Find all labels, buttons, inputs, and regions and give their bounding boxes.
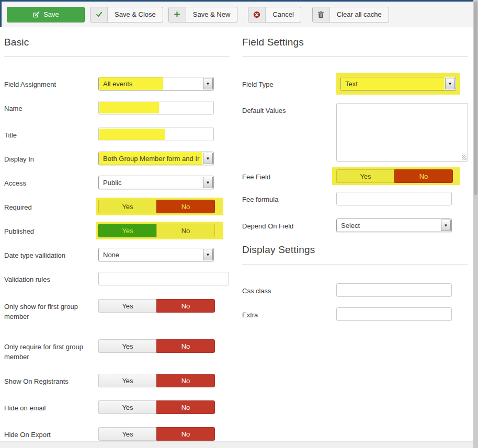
date-validation-row: Date type vailidation None ▼	[4, 248, 229, 261]
depend-on-field-row: Depend On Field Select ▼	[242, 219, 468, 232]
fee-formula-label: Fee formula	[242, 192, 336, 204]
hide-on-email-toggle: Yes No	[98, 400, 215, 414]
default-values-textarea[interactable]	[336, 103, 468, 162]
depend-on-field-select[interactable]: Select ▼	[336, 219, 452, 232]
required-label: Required	[4, 200, 98, 212]
display-in-value: Both Group Member form and Ir	[103, 155, 199, 163]
name-row: Name	[4, 101, 229, 114]
hide-on-email-yes-button[interactable]: Yes	[98, 400, 156, 414]
only-show-first-no-button[interactable]: No	[156, 299, 215, 313]
required-no-button[interactable]: No	[156, 200, 215, 213]
date-validation-select[interactable]: None ▼	[98, 248, 214, 261]
only-show-first-label: Only show for first group member	[4, 299, 98, 321]
fee-field-yes-button[interactable]: Yes	[336, 169, 394, 183]
fee-field-toggle: Yes No	[336, 169, 453, 183]
clear-cache-button[interactable]: Clear all cache	[312, 7, 389, 22]
highlight-wrapper: Yes No	[96, 222, 223, 239]
hide-on-export-row: Hide On Export Yes No	[4, 427, 229, 441]
vertical-scrollbar[interactable]	[473, 0, 478, 448]
validation-rules-label: Validation rules	[4, 272, 98, 284]
hide-on-email-no-button[interactable]: No	[156, 400, 215, 414]
save-new-button[interactable]: Save & New	[168, 7, 238, 22]
hide-on-export-toggle: Yes No	[98, 427, 215, 441]
trash-icon	[313, 7, 330, 22]
title-label: Title	[4, 128, 98, 140]
field-type-select[interactable]: Text ▼	[340, 77, 456, 90]
fee-field-row: Fee Field Yes No	[242, 169, 468, 183]
field-assignment-row: Field Assignment All events ▼	[4, 77, 229, 90]
chevron-down-icon: ▼	[445, 78, 455, 89]
published-yes-button[interactable]: Yes	[98, 224, 156, 237]
chevron-down-icon: ▼	[203, 177, 213, 188]
extra-row: Extra	[242, 307, 468, 321]
cancel-circle-icon	[248, 7, 266, 22]
footer-strip	[0, 441, 473, 448]
hide-on-export-yes-button[interactable]: Yes	[98, 427, 156, 441]
only-show-first-yes-button[interactable]: Yes	[98, 299, 156, 313]
chevron-down-icon: ▼	[441, 220, 451, 231]
chevron-down-icon: ▼	[203, 78, 213, 89]
extra-input[interactable]	[336, 307, 452, 321]
highlight-overlay	[99, 129, 165, 140]
validation-rules-row: Validation rules	[4, 272, 229, 285]
only-require-first-yes-button[interactable]: Yes	[98, 339, 156, 353]
title-input[interactable]	[98, 128, 214, 141]
show-on-registrants-toggle: Yes No	[98, 374, 215, 387]
toolbar: Save Save & Close Save & New Cancel Clea…	[2, 2, 473, 27]
display-in-row: Display In Both Group Member form and Ir…	[4, 152, 229, 165]
hide-on-export-label: Hide On Export	[4, 427, 98, 440]
name-input[interactable]	[98, 101, 214, 114]
access-label: Access	[4, 176, 98, 188]
highlight-overlay	[99, 102, 159, 113]
depend-on-field-label: Depend On Field	[242, 219, 336, 231]
chevron-down-icon: ▼	[203, 249, 213, 260]
cancel-button[interactable]: Cancel	[248, 7, 301, 22]
access-select[interactable]: Public ▼	[98, 176, 214, 189]
fee-formula-input[interactable]	[336, 192, 452, 205]
hide-on-export-no-button[interactable]: No	[156, 427, 215, 441]
only-show-first-toggle: Yes No	[98, 299, 215, 313]
save-close-button[interactable]: Save & Close	[90, 7, 163, 22]
basic-section: Basic Field Assignment All events ▼ Name…	[4, 31, 229, 448]
validation-rules-input[interactable]	[98, 272, 229, 285]
published-no-button[interactable]: No	[156, 224, 215, 237]
date-validation-label: Date type vailidation	[4, 248, 98, 260]
published-row: Published Yes No	[4, 224, 229, 237]
only-require-first-toggle: Yes No	[98, 339, 215, 353]
fee-field-no-button[interactable]: No	[394, 169, 453, 183]
hide-on-email-row: Hide on email Yes No	[4, 400, 229, 414]
save-button[interactable]: Save	[7, 7, 85, 22]
window-left-border	[0, 0, 2, 27]
cancel-label: Cancel	[266, 7, 300, 22]
show-on-registrants-no-button[interactable]: No	[156, 374, 215, 387]
hide-on-email-label: Hide on email	[4, 400, 98, 413]
chevron-down-icon: ▼	[203, 153, 213, 164]
display-in-select[interactable]: Both Group Member form and Ir ▼	[98, 152, 214, 165]
date-validation-value: None	[103, 251, 119, 259]
save-button-label: Save	[43, 10, 59, 18]
required-toggle: Yes No	[98, 200, 215, 213]
field-type-row: Field Type Text ▼	[242, 73, 468, 95]
plus-icon	[169, 7, 186, 22]
save-close-label: Save & Close	[108, 7, 163, 22]
default-values-label: Default Values	[242, 103, 336, 116]
show-on-registrants-label: Show On Registrants	[4, 374, 98, 386]
scrollbar-thumb[interactable]	[474, 2, 477, 195]
only-require-first-label: Only require for first group member	[4, 339, 98, 362]
only-require-first-row: Only require for first group member Yes …	[4, 339, 229, 362]
only-require-first-no-button[interactable]: No	[156, 339, 215, 353]
css-class-input[interactable]	[336, 283, 452, 297]
required-row: Required Yes No	[4, 200, 229, 213]
highlight-wrapper: Yes No	[332, 167, 460, 185]
show-on-registrants-yes-button[interactable]: Yes	[98, 374, 156, 387]
field-assignment-label: Field Assignment	[4, 77, 98, 89]
field-assignment-select[interactable]: All events ▼	[98, 77, 214, 90]
clear-cache-label: Clear all cache	[330, 7, 389, 22]
field-settings-section: Field Settings Field Type Text ▼ Default…	[242, 31, 468, 331]
highlight-wrapper: Yes No	[96, 198, 223, 215]
required-yes-button[interactable]: Yes	[98, 200, 156, 213]
css-class-row: Css class	[242, 283, 468, 297]
css-class-label: Css class	[242, 283, 336, 296]
save-new-label: Save & New	[186, 7, 237, 22]
only-show-first-row: Only show for first group member Yes No	[4, 299, 229, 321]
